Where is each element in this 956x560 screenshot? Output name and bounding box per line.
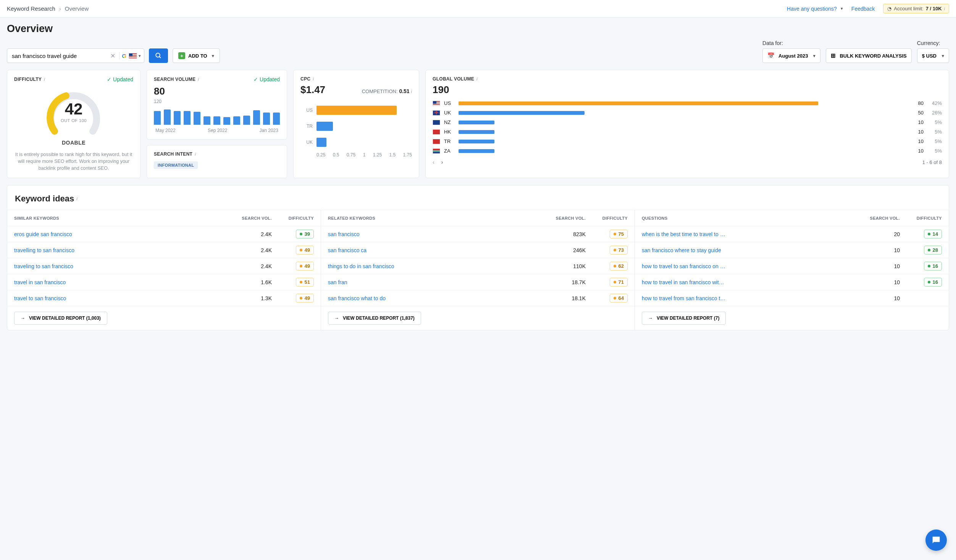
info-icon[interactable]: i xyxy=(44,77,45,82)
keyword-link[interactable]: eros guide san francisco xyxy=(14,231,230,237)
table-row: san francisco what to do 18.1K 64 xyxy=(321,290,635,306)
hbar-fill xyxy=(317,122,333,131)
intent-pill: INFORMATIONAL xyxy=(154,161,198,169)
keyword-link[interactable]: things to do in san francisco xyxy=(328,263,544,269)
breadcrumb-current: Overview xyxy=(65,5,89,12)
bar xyxy=(273,113,280,125)
global-volume-row: NZ 10 5% xyxy=(433,119,942,125)
search-intent-card: SEARCH INTENTi INFORMATIONAL xyxy=(147,145,287,178)
search-volume-card: SEARCH VOLUMEi ✓Updated 80 120 May 2022 … xyxy=(147,70,287,140)
pager-prev[interactable]: ‹ xyxy=(433,159,434,165)
country-flag-icon[interactable] xyxy=(129,53,137,59)
bar xyxy=(243,116,250,125)
keyword-link[interactable]: san francisco where to stay guide xyxy=(642,247,858,253)
keyword-link[interactable]: travelling to san francisco xyxy=(14,247,230,253)
info-icon: i xyxy=(944,6,945,11)
view-report-button[interactable]: →VIEW DETAILED REPORT (1,837) xyxy=(328,312,421,325)
check-icon: ✓ xyxy=(254,76,258,82)
pager-next[interactable]: › xyxy=(441,159,443,165)
keyword-link[interactable]: san francisco ca xyxy=(328,247,544,253)
difficulty-pill: 16 xyxy=(924,278,942,286)
info-icon[interactable]: i xyxy=(411,89,412,94)
info-icon[interactable]: i xyxy=(195,152,196,156)
difficulty-pill: 49 xyxy=(296,262,314,270)
chevron-down-icon[interactable]: ▾ xyxy=(139,53,141,58)
date-select[interactable]: 📅 August 2023 ▾ xyxy=(762,48,820,63)
currency-select[interactable]: $ USD ▾ xyxy=(917,48,949,63)
table-row: how to travel to san francisco on … 10 1… xyxy=(635,258,949,274)
chevron-down-icon: ▾ xyxy=(942,53,944,58)
difficulty-pill: 28 xyxy=(924,246,942,254)
global-volume-row: US 80 42% xyxy=(433,100,942,106)
keyword-link[interactable]: san francisco xyxy=(328,231,544,237)
difficulty-pill: 49 xyxy=(296,246,314,254)
volume-cell: 2.4K xyxy=(230,247,272,253)
keyword-link[interactable]: how to travel in san francisco wit… xyxy=(642,279,858,285)
flag-icon xyxy=(433,120,440,125)
info-icon[interactable]: i xyxy=(76,196,77,201)
bar xyxy=(213,116,220,125)
feedback-link[interactable]: Feedback xyxy=(851,6,875,12)
volume-cell: 1.6K xyxy=(230,279,272,285)
bar xyxy=(164,109,171,125)
difficulty-pill: 39 xyxy=(296,230,314,238)
table-row: traveling to san francisco 2.4K 49 xyxy=(7,258,321,274)
view-report-button[interactable]: →VIEW DETAILED REPORT (1,003) xyxy=(14,312,107,325)
global-volume-list: US 80 42% UK 50 26% NZ 10 5% HK 10 5% TR… xyxy=(433,100,942,154)
table-row: travelling to san francisco 2.4K 49 xyxy=(7,242,321,258)
cpc-card: CPCi $1.47 COMPETITION: 0.51 i US TR UK … xyxy=(293,70,419,178)
info-icon[interactable]: i xyxy=(313,77,314,81)
table-row: how to travel from san francisco t… 10 xyxy=(635,290,949,306)
cpc-value: $1.47 xyxy=(300,84,325,96)
hbar-label: UK xyxy=(300,140,313,145)
table-row: san francisco ca 246K 73 xyxy=(321,242,635,258)
difficulty-pill: 16 xyxy=(924,262,942,270)
info-icon[interactable]: i xyxy=(476,77,478,81)
keyword-link[interactable]: san fran xyxy=(328,279,544,285)
keyword-link[interactable]: how to travel to san francisco on … xyxy=(642,263,858,269)
keyword-link[interactable]: traveling to san francisco xyxy=(14,263,230,269)
volume-cell: 1.3K xyxy=(230,295,272,301)
account-limit-badge[interactable]: ◔ Account limit: 7 / 10K i xyxy=(883,4,949,13)
updated-badge: ✓Updated xyxy=(107,76,133,82)
volume-cell: 2.4K xyxy=(230,263,272,269)
column-header: SIMILAR KEYWORDSSEARCH VOL.DIFFICULTY xyxy=(7,210,321,226)
volume-cell: 110K xyxy=(544,263,586,269)
difficulty-card: DIFFICULTYi ✓Updated 42 OUT OF 100 DOABL… xyxy=(7,70,140,178)
grid-plus-icon: ⊞ xyxy=(831,52,836,59)
bulk-analysis-button[interactable]: ⊞ BULK KEYWORD ANALYSIS xyxy=(826,48,911,63)
volume-cell: 18.1K xyxy=(544,295,586,301)
flag-icon xyxy=(433,101,440,106)
breadcrumb-root[interactable]: Keyword Research xyxy=(7,5,55,12)
view-report-button[interactable]: →VIEW DETAILED REPORT (7) xyxy=(642,312,726,325)
date-label: Data for: xyxy=(762,40,820,46)
keyword-link[interactable]: travel to san francisco xyxy=(14,295,230,301)
questions-link[interactable]: Have any questions? ▾ xyxy=(787,6,843,12)
keyword-search-box[interactable]: ✕ G ▾ xyxy=(7,48,144,63)
search-button[interactable] xyxy=(149,48,168,63)
add-to-button[interactable]: + ADD TO ▾ xyxy=(173,48,220,63)
ideas-column: QUESTIONSSEARCH VOL.DIFFICULTY when is t… xyxy=(635,210,949,330)
info-icon[interactable]: i xyxy=(198,77,199,82)
hbar-fill xyxy=(317,106,397,115)
global-volume-row: HK 10 5% xyxy=(433,129,942,135)
hbar-fill xyxy=(317,138,326,147)
keyword-link[interactable]: how to travel from san francisco t… xyxy=(642,295,858,301)
keyword-link[interactable]: travel in san francisco xyxy=(14,279,230,285)
table-row: travel in san francisco 1.6K 51 xyxy=(7,274,321,290)
bar xyxy=(233,116,240,125)
difficulty-title: DIFFICULTYi xyxy=(14,77,45,82)
check-icon: ✓ xyxy=(107,76,111,82)
google-icon[interactable]: G xyxy=(122,53,126,59)
keyword-input[interactable] xyxy=(12,53,109,59)
arrow-right-icon: → xyxy=(21,315,25,321)
clear-icon[interactable]: ✕ xyxy=(109,52,117,60)
keyword-link[interactable]: san francisco what to do xyxy=(328,295,544,301)
cpc-chart: US TR UK xyxy=(300,104,412,148)
difficulty-pill: 71 xyxy=(610,278,628,286)
breadcrumb: Keyword Research › Overview xyxy=(7,5,89,12)
hbar-label: US xyxy=(300,108,313,113)
page-title: Overview xyxy=(7,23,949,35)
keyword-link[interactable]: when is the best time to travel to … xyxy=(642,231,858,237)
flag-icon xyxy=(433,139,440,144)
